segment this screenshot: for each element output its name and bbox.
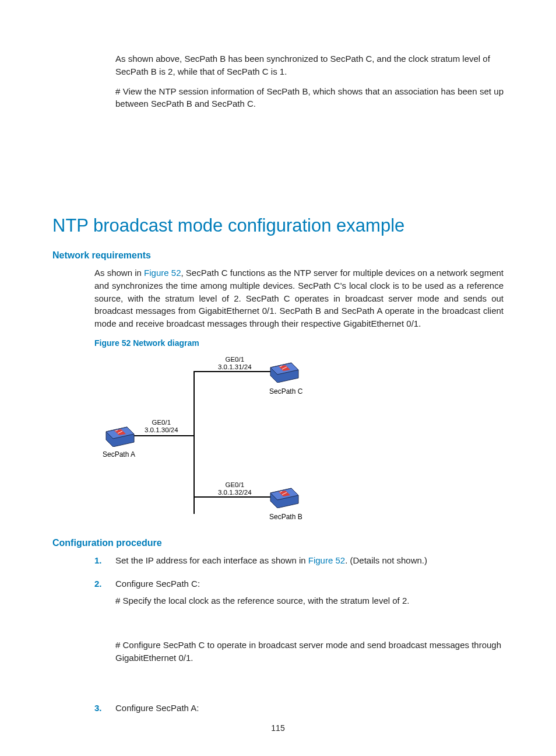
config-procedure-heading: Configuration procedure [52, 538, 504, 548]
network-requirements-heading: Network requirements [52, 250, 504, 261]
step-3: Configure SecPath A: [94, 702, 504, 715]
net-req-pre: As shown in [94, 268, 144, 278]
section-heading: NTP broadcast mode configuration example [52, 215, 504, 236]
figure-caption: Figure 52 Network diagram [52, 338, 504, 348]
label-b: SecPath B [269, 513, 302, 521]
step3-title: Configure SecPath A: [115, 703, 199, 713]
router-b-icon [268, 487, 301, 508]
router-c-icon [268, 362, 301, 383]
network-diagram: GE0/13.0.1.31/24 SecPath C GE0/13.0.1.30… [94, 354, 304, 523]
step1-post: . (Details not shown.) [345, 555, 427, 565]
step2-title: Configure SecPath C: [115, 579, 200, 589]
network-requirements-text: As shown in Figure 52, SecPath C functio… [52, 267, 504, 330]
page: As shown above, SecPath B has been synch… [0, 0, 556, 756]
iface-b: GE0/13.0.1.32/24 [218, 481, 252, 496]
line-middle [131, 435, 195, 436]
step2-detail-2: # Configure SecPath C to operate in broa… [115, 639, 504, 664]
step2-detail-1: # Specify the local clock as the referen… [115, 594, 504, 607]
intro-paragraph-1: As shown above, SecPath B has been synch… [52, 52, 504, 78]
line-vertical [193, 371, 195, 514]
label-c: SecPath C [269, 387, 302, 396]
step1-pre: Set the IP address for each interface as… [115, 555, 308, 565]
iface-a: GE0/13.0.1.30/24 [145, 419, 178, 434]
iface-c: GE0/13.0.1.31/24 [218, 356, 252, 371]
step-2: Configure SecPath C: # Specify the local… [94, 578, 504, 691]
label-a: SecPath A [103, 450, 135, 459]
intro-paragraph-2: # View the NTP session information of Se… [52, 85, 504, 111]
step1-figure-link[interactable]: Figure 52 [308, 555, 345, 565]
page-number: 115 [0, 723, 556, 733]
procedure-list: Set the IP address for each interface as… [52, 554, 504, 715]
step-1: Set the IP address for each interface as… [94, 554, 504, 567]
router-a-icon [104, 426, 136, 447]
figure-link[interactable]: Figure 52 [144, 268, 181, 278]
